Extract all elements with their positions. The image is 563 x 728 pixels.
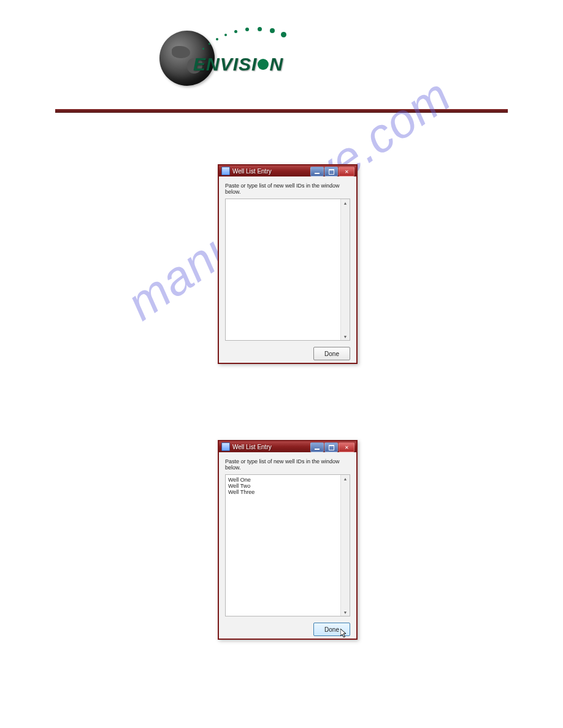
- instruction-label: Paste or type list of new well IDs in th…: [225, 458, 350, 471]
- logo-text: ENVISIN: [193, 54, 283, 75]
- app-icon: [221, 442, 230, 451]
- app-icon: [221, 167, 230, 175]
- minimize-button[interactable]: [310, 167, 324, 176]
- scroll-up-icon[interactable]: ▲: [342, 476, 348, 482]
- window-title: Well List Entry: [232, 168, 310, 175]
- well-list-entry-dialog-1: Well List Entry Paste or type list of ne…: [218, 164, 358, 364]
- textarea-content: Well One Well Two Well Three: [226, 475, 340, 616]
- instruction-label: Paste or type list of new well IDs in th…: [225, 183, 350, 195]
- header-divider: [55, 109, 508, 113]
- brand-prefix: ENVISI: [193, 54, 257, 74]
- minimize-icon: [315, 449, 320, 450]
- titlebar[interactable]: Well List Entry: [219, 165, 356, 176]
- titlebar[interactable]: Well List Entry: [219, 441, 356, 452]
- well-list-entry-dialog-2: Well List Entry Paste or type list of ne…: [218, 440, 358, 640]
- minimize-button[interactable]: [310, 442, 324, 452]
- scrollbar[interactable]: ▲ ▼: [340, 199, 350, 340]
- scroll-down-icon[interactable]: ▼: [342, 609, 348, 615]
- well-ids-textarea[interactable]: Well One Well Two Well Three ▲ ▼: [225, 474, 350, 616]
- minimize-icon: [315, 173, 320, 174]
- close-icon: [345, 445, 349, 450]
- textarea-content: [226, 199, 340, 340]
- brand-suffix: N: [269, 54, 283, 74]
- window-title: Well List Entry: [232, 444, 310, 450]
- maximize-icon: [329, 445, 334, 450]
- close-button[interactable]: [339, 442, 354, 452]
- maximize-icon: [329, 169, 334, 175]
- maximize-button[interactable]: [324, 167, 338, 176]
- envision-logo: ENVISIN: [159, 25, 294, 92]
- scroll-down-icon[interactable]: ▼: [342, 333, 348, 339]
- well-ids-textarea[interactable]: ▲ ▼: [225, 199, 350, 341]
- close-icon: [345, 169, 349, 175]
- scrollbar[interactable]: ▲ ▼: [340, 475, 350, 616]
- dots-arc-icon: [202, 25, 288, 55]
- scroll-up-icon[interactable]: ▲: [342, 200, 348, 206]
- maximize-button[interactable]: [324, 442, 338, 452]
- logo-dot-icon: [258, 59, 269, 70]
- close-button[interactable]: [339, 167, 354, 176]
- done-button[interactable]: Done: [313, 347, 350, 360]
- done-button[interactable]: Done: [313, 623, 350, 636]
